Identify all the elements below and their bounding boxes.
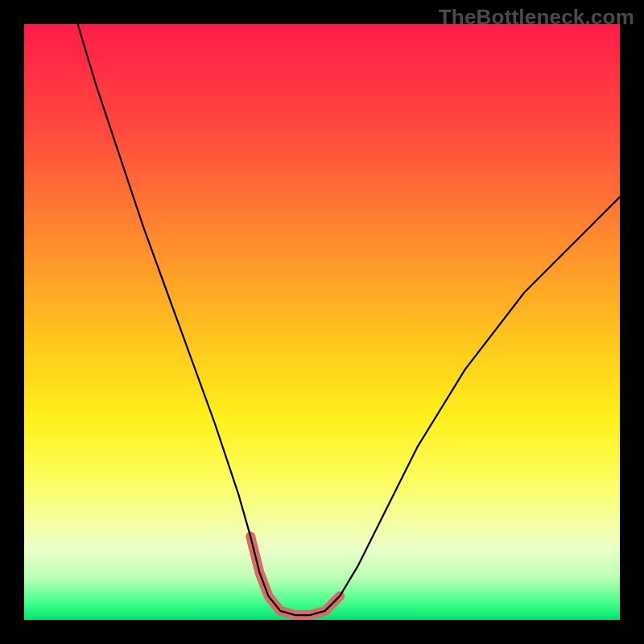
curve-path	[78, 24, 620, 615]
plot-area	[24, 24, 620, 620]
watermark-text: TheBottleneck.com	[439, 5, 634, 30]
outer-frame: TheBottleneck.com	[0, 0, 644, 644]
chart-svg	[24, 24, 620, 620]
highlight-path	[250, 536, 340, 615]
